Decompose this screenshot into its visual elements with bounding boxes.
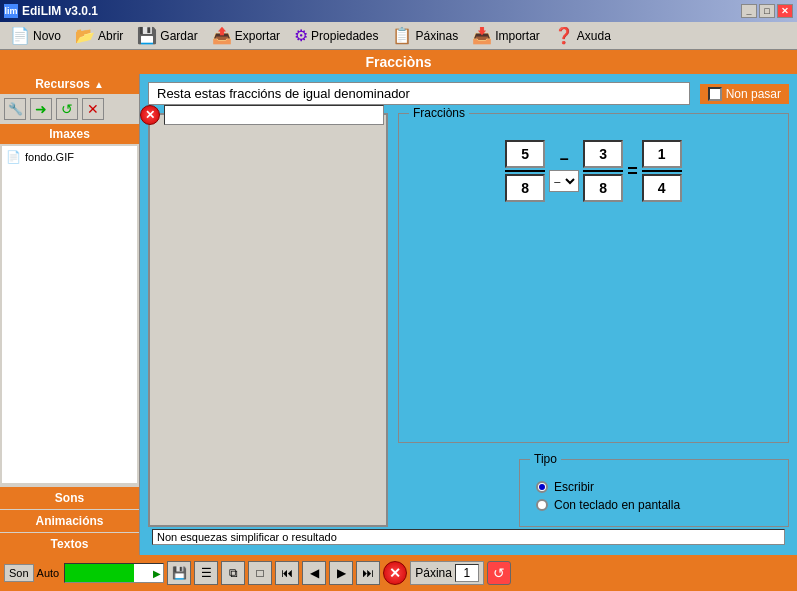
radio-teclado[interactable]: Con teclado en pantalla bbox=[536, 498, 778, 512]
app-icon: lim bbox=[4, 4, 18, 18]
gardar-icon: 💾 bbox=[137, 26, 157, 45]
son-text: Son bbox=[9, 567, 29, 579]
window-controls: _ □ ✕ bbox=[741, 4, 793, 18]
canvas-area: ✕ bbox=[148, 113, 388, 527]
tipo-group: Tipo Escribir Con teclado en pantalla bbox=[519, 459, 789, 527]
wrench-icon: 🔧 bbox=[8, 102, 23, 116]
animacions-button[interactable]: Animacións bbox=[0, 510, 139, 532]
recursos-header: Recursos ▲ bbox=[0, 74, 139, 94]
app-title: EdiLIM v3.0.1 bbox=[22, 4, 98, 18]
status-message: Non esquezas simplificar o resultado bbox=[157, 531, 337, 543]
list-icon: ☰ bbox=[201, 566, 212, 580]
save-bottom-button[interactable]: 💾 bbox=[167, 561, 191, 585]
next-end-button[interactable]: ⏭ bbox=[356, 561, 380, 585]
fraccions-group: Fracciòns – – + bbox=[398, 113, 789, 443]
refresh-button[interactable]: ↺ bbox=[56, 98, 78, 120]
recursos-label: Recursos bbox=[35, 77, 90, 91]
menu-abrir-label: Abrir bbox=[98, 29, 123, 43]
minus-operator: – bbox=[560, 150, 569, 168]
copy-button[interactable]: ⧉ bbox=[221, 561, 245, 585]
sons-button[interactable]: Sons bbox=[0, 487, 139, 509]
fraction1-line bbox=[505, 170, 545, 172]
menu-exportar-label: Exportar bbox=[235, 29, 280, 43]
progress-bar: ▶ bbox=[64, 563, 164, 583]
axuda-icon: ❓ bbox=[554, 26, 574, 45]
prev-button[interactable]: ◀ bbox=[302, 561, 326, 585]
menu-propiedades[interactable]: ⚙ Propiedades bbox=[288, 24, 384, 47]
fraction2-denominator[interactable] bbox=[583, 174, 623, 202]
radio-escribir-btn[interactable] bbox=[536, 481, 548, 493]
page-control: Páxina bbox=[410, 561, 484, 585]
prev-end-button[interactable]: ⏮ bbox=[275, 561, 299, 585]
result-denominator[interactable] bbox=[642, 174, 682, 202]
menu-exportar[interactable]: 📤 Exportar bbox=[206, 24, 286, 47]
red-x-button[interactable]: ✕ bbox=[82, 98, 104, 120]
delete-page-button[interactable]: ✕ bbox=[383, 561, 407, 585]
sidebar: Recursos ▲ 🔧 ➜ ↺ ✕ Imaxes 📄 fondo.GIF bbox=[0, 74, 140, 555]
main-layout: Recursos ▲ 🔧 ➜ ↺ ✕ Imaxes 📄 fondo.GIF bbox=[0, 74, 797, 555]
next-button[interactable]: ▶ bbox=[329, 561, 353, 585]
menu-novo-label: Novo bbox=[33, 29, 61, 43]
content-middle: ✕ Fracciòns bbox=[148, 113, 789, 527]
file-list: 📄 fondo.GIF bbox=[2, 146, 137, 483]
radio-teclado-btn[interactable] bbox=[536, 499, 548, 511]
tipo-group-label: Tipo bbox=[530, 452, 561, 466]
page-title: Fracciòns bbox=[365, 54, 431, 70]
fraccions-group-label: Fracciòns bbox=[409, 106, 469, 120]
radio-escribir-label: Escribir bbox=[554, 480, 594, 494]
save-bottom-icon: 💾 bbox=[172, 566, 187, 580]
fraction1-denominator[interactable] bbox=[505, 174, 545, 202]
fraction-1 bbox=[505, 140, 545, 202]
page-header: Fracciòns bbox=[0, 50, 797, 74]
menu-importar[interactable]: 📥 Importar bbox=[466, 24, 546, 47]
novo-icon: 📄 bbox=[10, 26, 30, 45]
radio-escribir[interactable]: Escribir bbox=[536, 480, 778, 494]
close-window-button[interactable]: ✕ bbox=[777, 4, 793, 18]
minimize-button[interactable]: _ bbox=[741, 4, 757, 18]
file-item-fondo[interactable]: 📄 fondo.GIF bbox=[4, 148, 135, 166]
blank-button[interactable]: □ bbox=[248, 561, 272, 585]
result-line bbox=[642, 170, 682, 172]
fraction-result bbox=[642, 140, 682, 202]
reload-icon: ↺ bbox=[493, 565, 505, 581]
result-numerator[interactable] bbox=[642, 140, 682, 168]
wrench-button[interactable]: 🔧 bbox=[4, 98, 26, 120]
next-icon: ▶ bbox=[337, 566, 346, 580]
question-box: Resta estas fraccións de igual denominad… bbox=[148, 82, 690, 105]
auto-label: Auto bbox=[37, 567, 60, 579]
menu-gardar-label: Gardar bbox=[160, 29, 197, 43]
file-icon: 📄 bbox=[6, 150, 21, 164]
menu-importar-label: Importar bbox=[495, 29, 540, 43]
maximize-button[interactable]: □ bbox=[759, 4, 775, 18]
page-number-input[interactable] bbox=[455, 564, 479, 582]
prev-end-icon: ⏮ bbox=[281, 566, 293, 580]
reload-button[interactable]: ↺ bbox=[487, 561, 511, 585]
refresh-icon: ↺ bbox=[61, 101, 73, 117]
canvas-close-button[interactable]: ✕ bbox=[140, 105, 160, 125]
textos-button[interactable]: Textos bbox=[0, 533, 139, 555]
menu-axuda-label: Axuda bbox=[577, 29, 611, 43]
content-area: Resta estas fraccións de igual denominad… bbox=[140, 74, 797, 555]
menu-axuda[interactable]: ❓ Axuda bbox=[548, 24, 617, 47]
title-bar: lim EdiLIM v3.0.1 _ □ ✕ bbox=[0, 0, 797, 22]
menu-bar: 📄 Novo 📂 Abrir 💾 Gardar 📤 Exportar ⚙ Pro… bbox=[0, 22, 797, 50]
arrow-up-icon: ▲ bbox=[94, 79, 104, 90]
menu-novo[interactable]: 📄 Novo bbox=[4, 24, 67, 47]
content-top: Resta estas fraccións de igual denominad… bbox=[148, 82, 789, 105]
menu-paxinas[interactable]: 📋 Páxinas bbox=[386, 24, 464, 47]
non-pasar-checkbox[interactable] bbox=[708, 87, 722, 101]
menu-abrir[interactable]: 📂 Abrir bbox=[69, 24, 129, 47]
list-button[interactable]: ☰ bbox=[194, 561, 218, 585]
file-name: fondo.GIF bbox=[25, 151, 74, 163]
menu-paxinas-label: Páxinas bbox=[415, 29, 458, 43]
menu-gardar[interactable]: 💾 Gardar bbox=[131, 24, 203, 47]
green-arrow-button[interactable]: ➜ bbox=[30, 98, 52, 120]
right-panel: Fracciòns – – + bbox=[398, 113, 789, 527]
abrir-icon: 📂 bbox=[75, 26, 95, 45]
fraction1-numerator[interactable] bbox=[505, 140, 545, 168]
operator-area: – – + × ÷ bbox=[549, 150, 579, 192]
fraction2-numerator[interactable] bbox=[583, 140, 623, 168]
exportar-icon: 📤 bbox=[212, 26, 232, 45]
canvas-text-input[interactable] bbox=[164, 105, 384, 125]
operator-select[interactable]: – + × ÷ bbox=[549, 170, 579, 192]
